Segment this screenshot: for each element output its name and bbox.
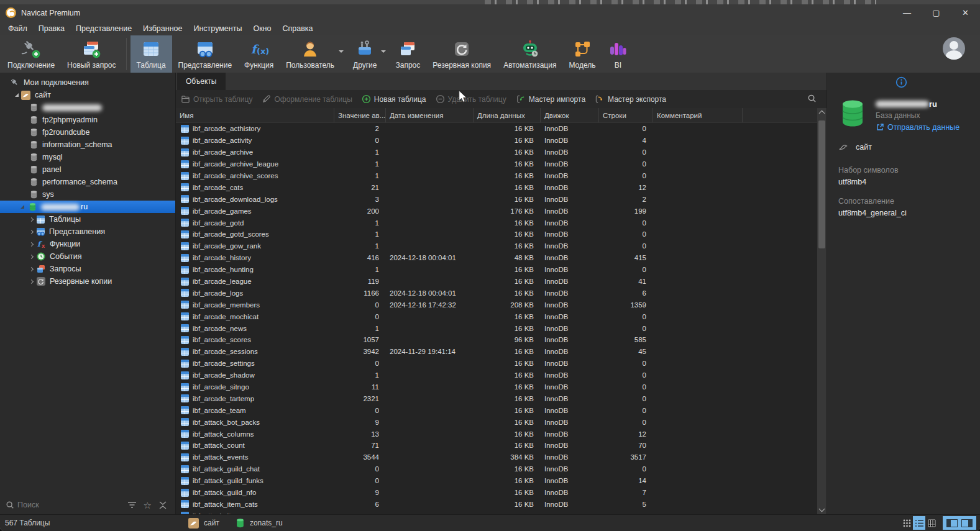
info-icon[interactable] xyxy=(895,76,907,91)
table-row[interactable]: ibf_arcade_hunting116 KBInnoDB0 xyxy=(176,264,817,276)
tree-item-db-redacted[interactable] xyxy=(0,101,175,114)
table-row[interactable]: ibf_arcade_history4162024-12-18 00:04:01… xyxy=(176,252,817,264)
table-row[interactable]: ibf_arcade_members02024-12-16 17:42:3220… xyxy=(176,299,817,311)
table-row[interactable]: ibf_arcade_logs11662024-12-18 00:04:0116… xyxy=(176,287,817,299)
column-header-6[interactable]: Строки xyxy=(599,108,653,122)
table-row[interactable]: ibf_arcade_acthistory216 KBInnoDB0 xyxy=(176,123,817,135)
submit-data-link[interactable]: Отправлять данные xyxy=(876,123,959,132)
table-row[interactable]: ibf_arcade_sitngo1116 KBInnoDB0 xyxy=(176,381,817,393)
table-row[interactable]: ibf_attack_events3544384 KBInnoDB3517 xyxy=(176,452,817,463)
collapse-arrow-icon[interactable] xyxy=(29,279,34,283)
table-row[interactable]: ibf_arcade_download_logs316 KBInnoDB2 xyxy=(176,193,817,205)
tree-item-panel[interactable]: panel xyxy=(0,163,175,176)
column-header-4[interactable]: Длина данных xyxy=(474,108,541,122)
tree-item-functions[interactable]: fxФункции xyxy=(0,238,175,250)
table-row[interactable]: ibf_arcade_league11916 KBInnoDB41 xyxy=(176,276,817,288)
import-wizard-button[interactable]: Мастер импорта xyxy=(516,94,585,104)
table-row[interactable]: ibf_attack_items xyxy=(176,510,817,514)
sidebar-search[interactable]: Поиск ☆ xyxy=(0,497,176,513)
maximize-button[interactable]: ▢ xyxy=(922,4,951,21)
tree-item-sys[interactable]: sys xyxy=(0,188,175,201)
toolbar-button-query[interactable]: Запрос xyxy=(389,35,426,73)
table-row[interactable]: ibf_arcade_mochicat016 KBInnoDB0 xyxy=(176,311,817,322)
scrollbar-thumb[interactable] xyxy=(818,120,825,248)
object-search-icon[interactable] xyxy=(807,94,817,106)
toolbar-button-backup[interactable]: Резервная копия xyxy=(426,35,497,73)
toolbar-button-model[interactable]: Модель xyxy=(562,35,602,73)
menu-item-edit[interactable]: Правка xyxy=(33,22,70,35)
chevron-down-icon[interactable] xyxy=(381,50,386,55)
menu-item-window[interactable]: Окно xyxy=(247,22,277,35)
column-header-2[interactable]: Значение ав... xyxy=(334,108,386,122)
menu-item-file[interactable]: Файл xyxy=(2,22,33,35)
tree-item-my-connections[interactable]: Мои подключения xyxy=(0,76,175,89)
toggle-navigation-pane-icon[interactable] xyxy=(946,519,958,527)
toolbar-button-automation[interactable]: Автоматизация xyxy=(497,35,562,73)
table-row[interactable]: ibf_arcade_cats2116 KBInnoDB12 xyxy=(176,181,817,193)
toolbar-button-new-query[interactable]: Новый запрос xyxy=(61,35,122,73)
tree-item-information-schema[interactable]: information_schema xyxy=(0,138,175,151)
close-button[interactable]: ✕ xyxy=(951,4,980,21)
table-row[interactable]: ibf_attack_count7116 KBInnoDB70 xyxy=(176,440,817,452)
scroll-down-icon[interactable] xyxy=(819,506,825,512)
table-row[interactable]: ibf_attack_item_cats616 KBInnoDB5 xyxy=(176,499,817,511)
tree-item-mysql[interactable]: mysql xyxy=(0,151,175,163)
collapse-icon[interactable] xyxy=(158,501,167,509)
tree-item-fp2roundcube[interactable]: fp2roundcube xyxy=(0,126,175,138)
tree-item-tables[interactable]: Таблицы xyxy=(0,213,175,225)
tree-item-site[interactable]: сайт xyxy=(0,89,175,101)
menu-item-tools[interactable]: Инструменты xyxy=(188,22,247,35)
column-header-1[interactable]: Имя xyxy=(176,108,334,122)
title-bar[interactable]: Navicat Premium — ▢ ✕ xyxy=(0,4,980,21)
table-row[interactable]: ibf_arcade_archive116 KBInnoDB0 xyxy=(176,147,817,158)
toolbar-button-connection[interactable]: Подключение xyxy=(1,35,61,73)
column-header-5[interactable]: Движок xyxy=(541,108,599,122)
new-table-button[interactable]: Новая таблица xyxy=(362,94,426,104)
table-row[interactable]: ibf_arcade_gotd_scores116 KBInnoDB0 xyxy=(176,229,817,240)
toolbar-button-table[interactable]: Таблица xyxy=(131,35,172,73)
table-row[interactable]: ibf_attack_bot_packs916 KBInnoDB0 xyxy=(176,416,817,428)
toolbar-button-bi[interactable]: BI xyxy=(602,35,634,73)
tree-item-performance-schema[interactable]: performance_schema xyxy=(0,176,175,188)
column-header-7[interactable]: Комментарий xyxy=(653,108,743,122)
column-header-3[interactable]: Дата изменения xyxy=(386,108,474,122)
table-row[interactable]: ibf_attack_guild_nfo916 KBInnoDB7 xyxy=(176,487,817,499)
minimize-button[interactable]: — xyxy=(892,4,922,21)
table-row[interactable]: ibf_arcade_team016 KBInnoDB0 xyxy=(176,404,817,416)
collapse-arrow-icon[interactable] xyxy=(29,254,34,258)
table-row[interactable]: ibf_arcade_gotd116 KBInnoDB0 xyxy=(176,217,817,229)
toolbar-button-function[interactable]: f(x)Функция xyxy=(238,35,280,73)
table-row[interactable]: ibf_arcade_tartemp232116 KBInnoDB0 xyxy=(176,393,817,404)
scroll-up-icon[interactable] xyxy=(819,111,825,117)
menu-item-favorites[interactable]: Избранное xyxy=(137,22,188,35)
toolbar-button-view[interactable]: Представление xyxy=(172,35,239,73)
table-row[interactable]: ibf_arcade_gow_rank116 KBInnoDB0 xyxy=(176,240,817,252)
tree-item-views[interactable]: Представления xyxy=(0,225,175,238)
table-row[interactable]: ibf_arcade_activity016 KBInnoDB4 xyxy=(176,135,817,147)
toolbar-button-user[interactable]: Пользователь xyxy=(280,35,347,73)
tree-item-fp2phpmyadmin[interactable]: fp2phpmyadmin xyxy=(0,114,175,126)
tree-item-events[interactable]: События xyxy=(0,250,175,263)
menu-item-view[interactable]: Представление xyxy=(70,22,137,35)
toggle-information-pane-icon[interactable] xyxy=(961,519,973,527)
table-row[interactable]: ibf_arcade_archive_league116 KBInnoDB0 xyxy=(176,158,817,170)
table-row[interactable]: ibf_arcade_archive_scores116 KBInnoDB0 xyxy=(176,170,817,182)
table-row[interactable]: ibf_arcade_shadow116 KBInnoDB0 xyxy=(176,370,817,381)
collapse-arrow-icon[interactable] xyxy=(29,266,34,271)
table-row[interactable]: ibf_arcade_scores105796 KBInnoDB585 xyxy=(176,334,817,346)
vertical-scrollbar[interactable] xyxy=(817,108,827,514)
expand-arrow-icon[interactable] xyxy=(21,205,24,209)
collapse-arrow-icon[interactable] xyxy=(29,229,34,234)
tab-objects[interactable]: Объекты xyxy=(177,73,226,90)
detail-view-icon[interactable] xyxy=(925,516,938,530)
export-wizard-button[interactable]: Мастер экспорта xyxy=(595,94,666,104)
menu-item-help[interactable]: Справка xyxy=(277,22,318,35)
table-row[interactable]: ibf_arcade_news116 KBInnoDB0 xyxy=(176,322,817,334)
user-avatar[interactable] xyxy=(943,37,965,60)
list-view-icon[interactable] xyxy=(913,516,925,530)
status-database[interactable]: zonats_ru xyxy=(250,519,283,527)
filter-icon[interactable] xyxy=(127,501,137,509)
chevron-down-icon[interactable] xyxy=(339,50,344,55)
table-row[interactable]: ibf_arcade_settings016 KBInnoDB0 xyxy=(176,358,817,370)
collapse-arrow-icon[interactable] xyxy=(29,242,34,246)
